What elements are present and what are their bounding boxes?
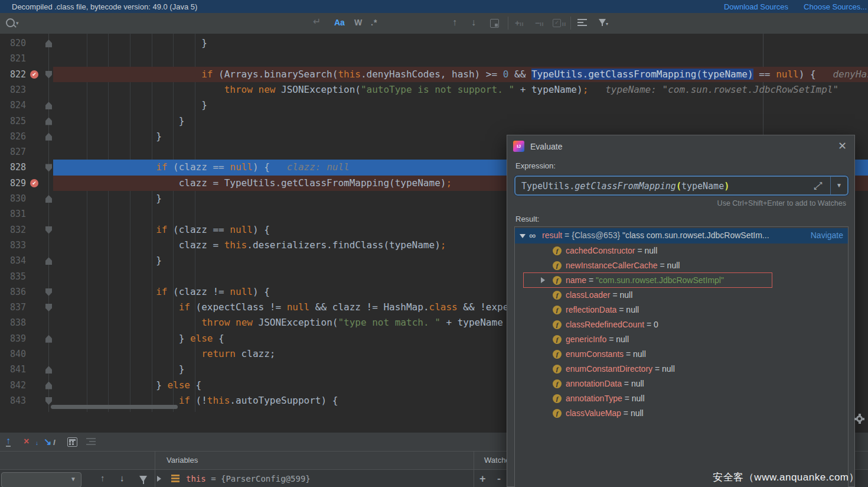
line-number[interactable]: 843 [0, 393, 26, 408]
search-filter-chevron-icon[interactable]: ▾ [606, 21, 608, 27]
code-text[interactable]: } [65, 191, 162, 206]
code-text[interactable]: if (Arrays.binarySearch(this.denyHashCod… [65, 67, 868, 82]
line-number[interactable]: 833 [0, 238, 26, 253]
line-number[interactable]: 834 [0, 253, 26, 268]
add-occurrence-icon[interactable]: +II [515, 18, 524, 28]
line-number[interactable]: 837 [0, 300, 26, 315]
field-row-reflectionData[interactable]: freflectionData = null [515, 303, 848, 317]
line-number[interactable]: 831 [0, 206, 26, 222]
code-line[interactable]: 824 } [0, 98, 868, 113]
field-row-cachedConstructor[interactable]: fcachedConstructor = null [515, 244, 848, 258]
expand-editor-icon[interactable]: ↗↙ [814, 181, 823, 189]
remove-watch-button[interactable]: - [497, 473, 501, 485]
line-number[interactable]: 838 [0, 315, 26, 330]
multiline-toggle-icon[interactable]: ↵ [313, 16, 321, 27]
variables-this-row[interactable]: this = {ParserConfig@599} [186, 474, 311, 483]
code-text[interactable]: } [65, 98, 207, 113]
fold-icon[interactable] [45, 226, 52, 234]
line-number[interactable]: 825 [0, 113, 26, 129]
add-watch-button[interactable]: + [479, 473, 486, 485]
field-row-enumConstants[interactable]: fenumConstants = null [515, 347, 848, 362]
line-number[interactable]: 840 [0, 346, 26, 362]
code-text[interactable]: } else { [65, 331, 224, 346]
variables-panel-header[interactable]: Variables [167, 456, 198, 465]
expression-input[interactable]: TypeUtils.getClassFromMapping(typeName) … [514, 176, 849, 196]
remove-occurrence-icon[interactable]: −II [535, 18, 544, 28]
code-text[interactable]: } [65, 253, 162, 268]
breakpoint-icon[interactable]: ✔ [30, 70, 38, 79]
line-number[interactable]: 823 [0, 82, 26, 98]
code-text[interactable]: throw new JSONException("autoType is not… [65, 82, 838, 98]
panel-divider[interactable] [474, 451, 474, 487]
fold-icon[interactable] [45, 164, 52, 171]
field-row-newInstanceCallerCache[interactable]: fnewInstanceCallerCache = null [515, 258, 848, 273]
line-number[interactable]: 839 [0, 331, 26, 346]
code-text[interactable]: if (clazz == null) { clazz: null [65, 160, 350, 175]
field-row-classValueMap[interactable]: fclassValueMap = null [515, 406, 848, 421]
fold-icon[interactable] [45, 118, 52, 125]
fold-icon[interactable] [45, 257, 52, 265]
code-text[interactable]: } [65, 129, 162, 144]
panel-divider[interactable] [155, 451, 155, 487]
line-number[interactable]: 826 [0, 129, 26, 144]
code-text[interactable]: return clazz; [65, 346, 275, 362]
filter-lines-icon[interactable] [577, 19, 587, 27]
drop-frame-icon[interactable]: × [24, 436, 29, 447]
code-text[interactable]: if (clazz != null) { [65, 284, 270, 300]
line-number[interactable]: 832 [0, 222, 26, 238]
prev-occurrence-icon[interactable]: ↑ [452, 17, 457, 28]
line-number[interactable]: 830 [0, 191, 26, 206]
code-line[interactable]: 825 } [0, 113, 868, 129]
line-number[interactable]: 842 [0, 378, 26, 393]
fold-icon[interactable] [45, 40, 52, 47]
next-occurrence-icon[interactable]: ↓ [471, 17, 476, 28]
fold-icon[interactable] [45, 366, 52, 374]
fold-icon[interactable] [45, 397, 52, 405]
result-tree[interactable]: ∞ result = {Class@653} "class com.sun.ro… [514, 226, 849, 487]
code-line[interactable]: 823 throw new JSONException("autoType is… [0, 82, 868, 98]
this-expand-icon[interactable] [157, 476, 161, 482]
fold-icon[interactable] [45, 71, 52, 79]
line-number[interactable]: 824 [0, 98, 26, 113]
search-input[interactable] [24, 13, 307, 34]
search-history-chevron-icon[interactable]: ▾ [16, 20, 19, 26]
step-out-icon[interactable]: ↑ [6, 436, 11, 447]
code-text[interactable]: } [65, 362, 184, 377]
fold-icon[interactable] [45, 304, 52, 311]
evaluate-expression-icon[interactable] [67, 437, 77, 447]
code-text[interactable]: } [65, 35, 207, 51]
field-row-genericInfo[interactable]: fgenericInfo = null [515, 332, 848, 347]
line-number[interactable]: 836 [0, 284, 26, 300]
code-line[interactable]: 821 [0, 51, 868, 66]
line-number[interactable]: 821 [0, 51, 26, 66]
breakpoint-icon[interactable]: ✔ [30, 179, 38, 187]
fold-icon[interactable] [45, 335, 52, 343]
pin-gear-icon[interactable] [856, 415, 863, 423]
close-icon[interactable]: ✕ [838, 139, 847, 152]
regex-toggle[interactable]: .* [371, 18, 377, 27]
whole-words-toggle[interactable]: W [354, 18, 362, 27]
layout-settings-icon[interactable] [86, 438, 96, 445]
open-in-find-window-icon[interactable] [490, 19, 499, 28]
field-row-annotationType[interactable]: fannotationType = null [515, 391, 848, 406]
evaluate-dialog[interactable]: IJ Evaluate ✕ Expression: TypeUtils.getC… [507, 135, 855, 487]
field-row-enumConstantDirectory[interactable]: fenumConstantDirectory = null [515, 362, 848, 376]
code-line[interactable]: 822✔ if (Arrays.binarySearch(this.denyHa… [0, 67, 868, 82]
line-number[interactable]: 827 [0, 144, 26, 160]
code-text[interactable]: clazz = TypeUtils.getClassFromMapping(ty… [65, 176, 452, 191]
code-text[interactable]: if (clazz == null) { [65, 222, 270, 238]
field-row-classRedefinedCount[interactable]: fclassRedefinedCount = 0 [515, 317, 848, 332]
code-line[interactable]: 820 } [0, 35, 868, 51]
run-to-cursor-icon[interactable]: ↘ [44, 436, 51, 447]
line-number[interactable]: 835 [0, 269, 26, 284]
line-number[interactable]: 820 [0, 35, 26, 51]
line-number[interactable]: 841 [0, 362, 26, 377]
thread-selector-dropdown[interactable]: ▼ [1, 472, 81, 487]
collapse-icon[interactable] [520, 234, 526, 238]
field-row-annotationData[interactable]: fannotationData = null [515, 376, 848, 391]
editor-horizontal-scrollbar[interactable] [51, 405, 178, 409]
line-number[interactable]: 822 [0, 67, 26, 82]
line-number[interactable]: 828 [0, 160, 26, 175]
match-case-toggle[interactable]: Aa [334, 18, 345, 27]
fold-icon[interactable] [45, 195, 52, 203]
